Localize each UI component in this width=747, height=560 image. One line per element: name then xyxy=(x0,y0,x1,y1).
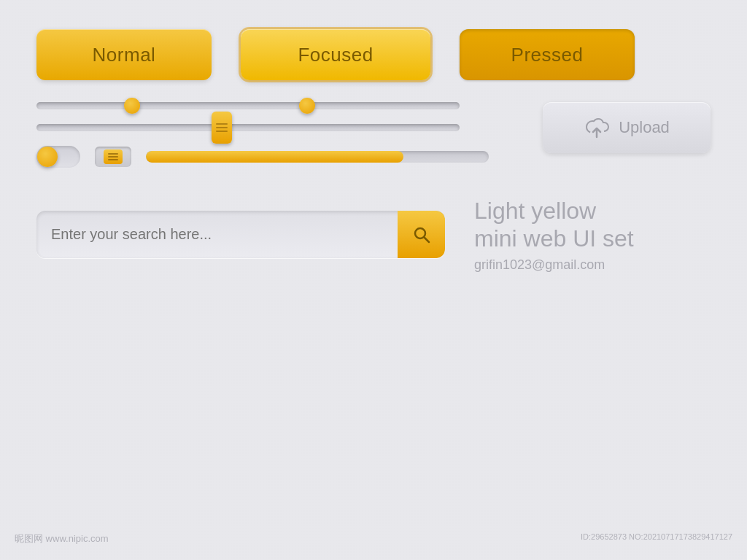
vertical-slider-thumb[interactable] xyxy=(212,112,232,144)
search-icon xyxy=(412,225,431,244)
sliders-section: Upload xyxy=(36,102,711,168)
mini-line-3 xyxy=(108,159,118,160)
range-slider-thumb-2[interactable] xyxy=(299,98,315,114)
mini-toggle-inner xyxy=(104,149,123,164)
progress-track xyxy=(146,151,489,163)
vertical-slider-track[interactable] xyxy=(36,124,460,131)
vertical-slider-row xyxy=(36,124,489,131)
upload-cloud-icon xyxy=(584,117,610,139)
search-row: Light yellow mini web UI set grifin1023@… xyxy=(36,197,711,273)
search-button[interactable] xyxy=(398,211,445,258)
normal-button[interactable]: Normal xyxy=(36,29,212,80)
thumb-line-2 xyxy=(216,127,228,128)
progress-fill xyxy=(146,151,403,163)
thumb-line-3 xyxy=(216,131,228,132)
sliders-left xyxy=(36,102,489,168)
toggle-knob xyxy=(37,147,58,167)
watermark-right: ID:29652873 NO:20210717173829417127 xyxy=(581,532,732,545)
range-slider-row xyxy=(36,102,489,109)
branding: Light yellow mini web UI set grifin1023@… xyxy=(474,197,634,273)
upload-label: Upload xyxy=(619,118,670,137)
brand-email: grifin1023@gmail.com xyxy=(474,257,634,273)
range-slider-thumb-1[interactable] xyxy=(124,98,140,114)
toggle-progress-row xyxy=(36,146,489,168)
watermark-left: 昵图网 www.nipic.com xyxy=(15,532,109,545)
brand-title: Light yellow mini web UI set xyxy=(474,197,634,253)
thumb-line-1 xyxy=(216,123,228,125)
upload-button[interactable]: Upload xyxy=(543,102,711,153)
mini-line-1 xyxy=(108,153,118,155)
search-box xyxy=(36,211,445,258)
toggle-switch[interactable] xyxy=(36,146,80,168)
mini-toggle[interactable] xyxy=(95,147,131,167)
pressed-button[interactable]: Pressed xyxy=(460,29,635,80)
range-slider-track[interactable] xyxy=(36,102,460,109)
buttons-row: Normal Focused Pressed xyxy=(36,29,711,80)
mini-line-2 xyxy=(108,156,118,158)
watermark: 昵图网 www.nipic.com ID:29652873 NO:2021071… xyxy=(0,532,747,545)
svg-line-1 xyxy=(424,237,429,242)
focused-button[interactable]: Focused xyxy=(241,29,430,80)
search-input[interactable] xyxy=(36,211,398,258)
